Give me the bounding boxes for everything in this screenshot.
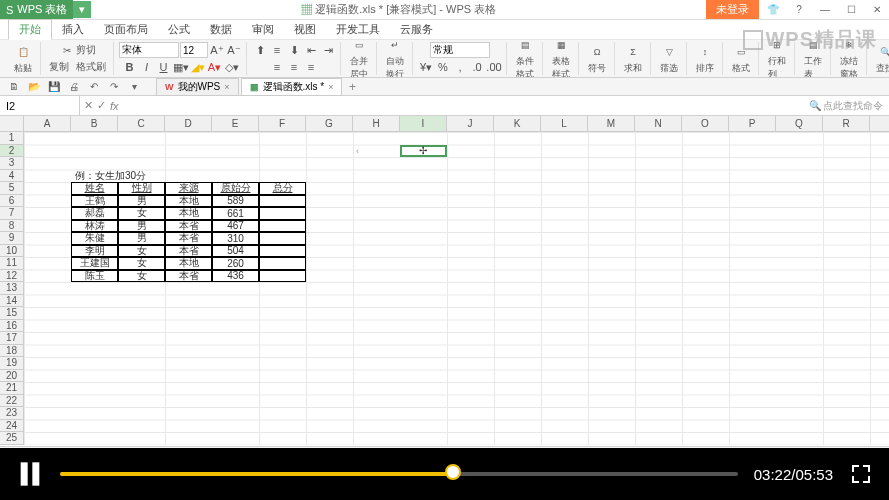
fullscreen-button[interactable] [849, 462, 873, 486]
cell[interactable] [259, 207, 306, 220]
col-header-C[interactable]: C [118, 116, 165, 131]
paste-button[interactable]: 📋 粘贴 [10, 43, 36, 75]
cell[interactable] [259, 220, 306, 233]
cell[interactable]: 436 [212, 270, 259, 283]
underline-button[interactable]: U [156, 59, 172, 75]
currency-icon[interactable]: ¥▾ [418, 59, 434, 75]
cell[interactable]: 260 [212, 257, 259, 270]
align-top-icon[interactable]: ⬆ [252, 42, 268, 58]
freeze-button[interactable]: ❄冻结窗格 [836, 40, 862, 78]
conditional-format-button[interactable]: ▤条件格式 [512, 40, 538, 78]
row-header-21[interactable]: 21 [0, 382, 24, 395]
progress-bar[interactable] [60, 472, 738, 476]
cell[interactable]: 本地 [165, 257, 212, 270]
number-format-select[interactable] [430, 42, 490, 58]
row-header-19[interactable]: 19 [0, 357, 24, 370]
tab-document[interactable]: ▦ 逻辑函数.xls * × [241, 78, 343, 96]
cell[interactable]: 本省 [165, 270, 212, 283]
cell[interactable]: 男 [118, 195, 165, 208]
row-header-17[interactable]: 17 [0, 332, 24, 345]
row-header-10[interactable]: 10 [0, 245, 24, 258]
cell[interactable] [259, 195, 306, 208]
progress-knob[interactable] [445, 464, 461, 480]
menu-dev[interactable]: 开发工具 [326, 20, 390, 39]
qa-dropdown-icon[interactable]: ▾ [126, 80, 142, 94]
cell[interactable]: 本地 [165, 195, 212, 208]
row-header-25[interactable]: 25 [0, 432, 24, 445]
copy-button[interactable]: 复制 [46, 59, 72, 75]
align-left-icon[interactable]: ≡ [269, 59, 285, 75]
cell[interactable]: 女 [118, 257, 165, 270]
align-center-icon[interactable]: ≡ [286, 59, 302, 75]
col-header-D[interactable]: D [165, 116, 212, 131]
merge-center-button[interactable]: ▭合并居中 [346, 40, 372, 78]
cell[interactable]: 589 [212, 195, 259, 208]
clear-format-button[interactable]: ◇▾ [224, 59, 240, 75]
cell[interactable]: 女 [118, 245, 165, 258]
name-box[interactable]: I2 [0, 96, 80, 115]
app-dropdown[interactable]: ▾ [73, 1, 91, 18]
cell[interactable]: 朱健 [71, 232, 118, 245]
qa-redo-icon[interactable]: ↷ [106, 80, 122, 94]
font-name-select[interactable] [119, 42, 179, 58]
cell[interactable] [259, 232, 306, 245]
qa-save-icon[interactable]: 💾 [46, 80, 62, 94]
row-header-7[interactable]: 7 [0, 207, 24, 220]
row-header-5[interactable]: 5 [0, 182, 24, 195]
qa-print-icon[interactable]: 🖨 [66, 80, 82, 94]
qa-open-icon[interactable]: 📂 [26, 80, 42, 94]
col-header-R[interactable]: R [823, 116, 870, 131]
menu-start[interactable]: 开始 [8, 19, 52, 40]
format-painter-button[interactable]: 格式刷 [73, 59, 109, 75]
tab-close-icon[interactable]: × [328, 82, 333, 92]
cell[interactable]: 661 [212, 207, 259, 220]
expand-left-icon[interactable]: ‹ [356, 146, 359, 156]
cut-button[interactable]: ✂剪切 [57, 42, 99, 58]
row-header-15[interactable]: 15 [0, 307, 24, 320]
login-button[interactable]: 未登录 [706, 0, 759, 19]
comma-icon[interactable]: , [452, 59, 468, 75]
row-header-8[interactable]: 8 [0, 220, 24, 233]
font-color-button[interactable]: A▾ [207, 59, 223, 75]
align-bottom-icon[interactable]: ⬇ [286, 42, 302, 58]
format-button[interactable]: ▭格式 [728, 43, 754, 75]
decimal-inc-icon[interactable]: .0 [469, 59, 485, 75]
col-header-B[interactable]: B [71, 116, 118, 131]
select-all-corner[interactable] [0, 116, 24, 131]
cell[interactable]: 467 [212, 220, 259, 233]
filter-button[interactable]: ▽筛选 [656, 43, 682, 75]
menu-layout[interactable]: 页面布局 [94, 20, 158, 39]
cell[interactable]: 本省 [165, 220, 212, 233]
col-header-G[interactable]: G [306, 116, 353, 131]
fx-icon[interactable]: fx [110, 100, 119, 112]
col-header-I[interactable]: I [400, 116, 447, 131]
cells-area[interactable]: ‹ ✢ 例：女生加30分姓名性别来源原始分总分王鹤男本地589郝磊女本地661林… [24, 132, 889, 445]
row-header-11[interactable]: 11 [0, 257, 24, 270]
symbol-button[interactable]: Ω符号 [584, 43, 610, 75]
fill-color-button[interactable]: ◢▾ [190, 59, 206, 75]
row-header-14[interactable]: 14 [0, 295, 24, 308]
col-header-K[interactable]: K [494, 116, 541, 131]
cell[interactable]: 王建国 [71, 257, 118, 270]
col-header-Q[interactable]: Q [776, 116, 823, 131]
cell[interactable] [259, 245, 306, 258]
row-header-4[interactable]: 4 [0, 170, 24, 183]
cell[interactable]: 性别 [118, 182, 165, 195]
row-header-18[interactable]: 18 [0, 345, 24, 358]
spreadsheet-grid[interactable]: ABCDEFGHIJKLMNOPQR 123456789101112131415… [0, 116, 889, 446]
cell[interactable]: 郝磊 [71, 207, 118, 220]
search-command[interactable]: 🔍 点此查找命令 [803, 99, 889, 113]
cell[interactable]: 本省 [165, 245, 212, 258]
sort-button[interactable]: ↕排序 [692, 43, 718, 75]
qa-new-icon[interactable]: 🗎 [6, 80, 22, 94]
tab-close-icon[interactable]: × [224, 82, 229, 92]
cell[interactable]: 林涛 [71, 220, 118, 233]
row-header-1[interactable]: 1 [0, 132, 24, 145]
row-col-button[interactable]: ⊞行和列 [764, 40, 790, 78]
row-header-13[interactable]: 13 [0, 282, 24, 295]
cell[interactable]: 女 [118, 270, 165, 283]
col-header-J[interactable]: J [447, 116, 494, 131]
border-button[interactable]: ▦▾ [173, 59, 189, 75]
col-header-O[interactable]: O [682, 116, 729, 131]
cell[interactable] [259, 270, 306, 283]
